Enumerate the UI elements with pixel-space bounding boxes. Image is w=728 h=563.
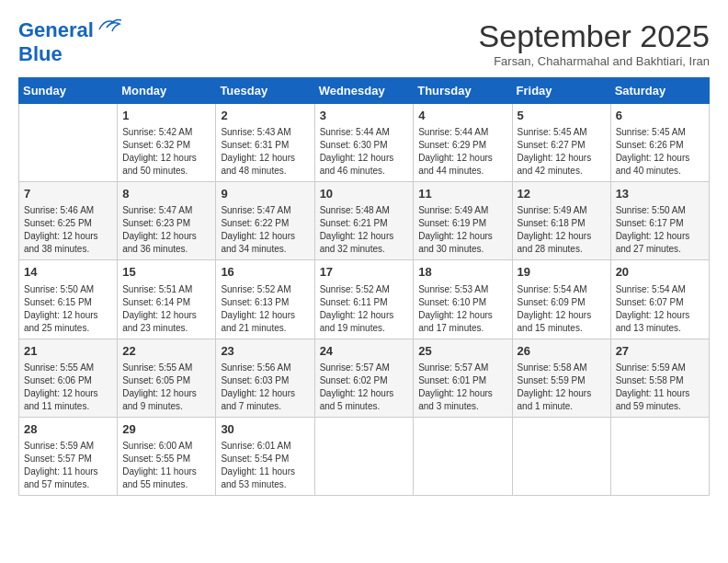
table-row: 6Sunrise: 5:45 AM Sunset: 6:26 PM Daylig… bbox=[610, 104, 709, 182]
day-number: 8 bbox=[122, 186, 210, 202]
day-number: 9 bbox=[221, 186, 309, 202]
day-info: Sunrise: 5:49 AM Sunset: 6:18 PM Dayligh… bbox=[518, 205, 592, 254]
day-info: Sunrise: 5:45 AM Sunset: 6:27 PM Dayligh… bbox=[518, 127, 592, 176]
table-row: 16Sunrise: 5:52 AM Sunset: 6:13 PM Dayli… bbox=[216, 260, 314, 339]
table-row: 5Sunrise: 5:45 AM Sunset: 6:27 PM Daylig… bbox=[512, 104, 610, 182]
table-row bbox=[610, 417, 709, 495]
logo-text: General bbox=[18, 18, 94, 42]
day-number: 7 bbox=[24, 186, 112, 202]
col-monday: Monday bbox=[118, 78, 216, 104]
col-tuesday: Tuesday bbox=[216, 78, 314, 104]
day-info: Sunrise: 5:54 AM Sunset: 6:09 PM Dayligh… bbox=[518, 284, 592, 333]
calendar-week-3: 14Sunrise: 5:50 AM Sunset: 6:15 PM Dayli… bbox=[19, 260, 710, 339]
table-row bbox=[512, 417, 610, 495]
table-row bbox=[19, 104, 118, 182]
day-number: 19 bbox=[518, 264, 606, 281]
table-row: 25Sunrise: 5:57 AM Sunset: 6:01 PM Dayli… bbox=[414, 339, 512, 417]
day-number: 27 bbox=[616, 343, 704, 360]
day-number: 26 bbox=[518, 343, 606, 360]
day-info: Sunrise: 5:44 AM Sunset: 6:30 PM Dayligh… bbox=[320, 127, 394, 176]
day-info: Sunrise: 5:42 AM Sunset: 6:32 PM Dayligh… bbox=[122, 127, 197, 176]
table-row: 26Sunrise: 5:58 AM Sunset: 5:59 PM Dayli… bbox=[512, 339, 610, 417]
day-info: Sunrise: 6:01 AM Sunset: 5:54 PM Dayligh… bbox=[221, 441, 295, 489]
day-info: Sunrise: 5:45 AM Sunset: 6:26 PM Dayligh… bbox=[616, 127, 690, 176]
day-number: 13 bbox=[616, 186, 704, 202]
title-section: September 2025 Farsan, Chaharmahal and B… bbox=[479, 18, 710, 68]
day-number: 24 bbox=[320, 343, 409, 360]
col-saturday: Saturday bbox=[610, 78, 709, 104]
day-info: Sunrise: 5:55 AM Sunset: 6:06 PM Dayligh… bbox=[24, 362, 98, 411]
col-thursday: Thursday bbox=[414, 78, 512, 104]
day-info: Sunrise: 5:46 AM Sunset: 6:25 PM Dayligh… bbox=[24, 205, 98, 254]
table-row: 12Sunrise: 5:49 AM Sunset: 6:18 PM Dayli… bbox=[512, 182, 610, 260]
table-row: 17Sunrise: 5:52 AM Sunset: 6:11 PM Dayli… bbox=[314, 260, 414, 339]
day-info: Sunrise: 5:57 AM Sunset: 6:01 PM Dayligh… bbox=[418, 362, 493, 411]
table-row: 20Sunrise: 5:54 AM Sunset: 6:07 PM Dayli… bbox=[610, 260, 709, 339]
table-row: 2Sunrise: 5:43 AM Sunset: 6:31 PM Daylig… bbox=[216, 104, 314, 182]
day-info: Sunrise: 5:50 AM Sunset: 6:15 PM Dayligh… bbox=[24, 284, 98, 333]
calendar-week-2: 7Sunrise: 5:46 AM Sunset: 6:25 PM Daylig… bbox=[19, 182, 710, 260]
day-info: Sunrise: 5:51 AM Sunset: 6:14 PM Dayligh… bbox=[122, 284, 197, 333]
table-row: 27Sunrise: 5:59 AM Sunset: 5:58 PM Dayli… bbox=[610, 339, 709, 417]
day-number: 1 bbox=[122, 108, 210, 124]
day-info: Sunrise: 5:49 AM Sunset: 6:19 PM Dayligh… bbox=[418, 205, 493, 254]
col-sunday: Sunday bbox=[19, 78, 118, 104]
day-info: Sunrise: 5:50 AM Sunset: 6:17 PM Dayligh… bbox=[616, 205, 690, 254]
day-info: Sunrise: 6:00 AM Sunset: 5:55 PM Dayligh… bbox=[122, 441, 197, 489]
table-row: 4Sunrise: 5:44 AM Sunset: 6:29 PM Daylig… bbox=[414, 104, 512, 182]
day-number: 28 bbox=[24, 421, 112, 438]
day-info: Sunrise: 5:48 AM Sunset: 6:21 PM Dayligh… bbox=[320, 205, 394, 254]
day-number: 25 bbox=[418, 343, 506, 360]
day-info: Sunrise: 5:59 AM Sunset: 5:58 PM Dayligh… bbox=[616, 362, 690, 411]
day-info: Sunrise: 5:47 AM Sunset: 6:23 PM Dayligh… bbox=[122, 205, 197, 254]
col-friday: Friday bbox=[512, 78, 610, 104]
day-number: 11 bbox=[418, 186, 506, 202]
day-info: Sunrise: 5:55 AM Sunset: 6:05 PM Dayligh… bbox=[122, 362, 197, 411]
day-number: 16 bbox=[221, 264, 309, 281]
calendar-week-1: 1Sunrise: 5:42 AM Sunset: 6:32 PM Daylig… bbox=[19, 104, 710, 182]
table-row bbox=[414, 417, 512, 495]
table-row: 30Sunrise: 6:01 AM Sunset: 5:54 PM Dayli… bbox=[216, 417, 314, 495]
day-number: 22 bbox=[122, 343, 210, 360]
day-number: 4 bbox=[418, 108, 506, 124]
day-number: 23 bbox=[221, 343, 309, 360]
table-row: 28Sunrise: 5:59 AM Sunset: 5:57 PM Dayli… bbox=[19, 417, 118, 495]
table-row bbox=[314, 417, 414, 495]
table-row: 21Sunrise: 5:55 AM Sunset: 6:06 PM Dayli… bbox=[19, 339, 118, 417]
table-row: 3Sunrise: 5:44 AM Sunset: 6:30 PM Daylig… bbox=[314, 104, 414, 182]
day-number: 5 bbox=[518, 108, 606, 124]
day-info: Sunrise: 5:47 AM Sunset: 6:22 PM Dayligh… bbox=[221, 205, 295, 254]
table-row: 14Sunrise: 5:50 AM Sunset: 6:15 PM Dayli… bbox=[19, 260, 118, 339]
location-subtitle: Farsan, Chaharmahal and Bakhtiari, Iran bbox=[479, 54, 710, 68]
logo-bird-icon bbox=[96, 17, 121, 37]
day-number: 12 bbox=[518, 186, 606, 202]
day-number: 18 bbox=[418, 264, 506, 281]
table-row: 29Sunrise: 6:00 AM Sunset: 5:55 PM Dayli… bbox=[118, 417, 216, 495]
day-info: Sunrise: 5:54 AM Sunset: 6:07 PM Dayligh… bbox=[616, 284, 690, 333]
day-info: Sunrise: 5:44 AM Sunset: 6:29 PM Dayligh… bbox=[418, 127, 493, 176]
table-row: 23Sunrise: 5:56 AM Sunset: 6:03 PM Dayli… bbox=[216, 339, 314, 417]
day-number: 2 bbox=[221, 108, 309, 124]
day-number: 17 bbox=[320, 264, 409, 281]
table-row: 9Sunrise: 5:47 AM Sunset: 6:22 PM Daylig… bbox=[216, 182, 314, 260]
calendar-header-row: Sunday Monday Tuesday Wednesday Thursday… bbox=[19, 78, 710, 104]
day-info: Sunrise: 5:57 AM Sunset: 6:02 PM Dayligh… bbox=[320, 362, 394, 411]
day-info: Sunrise: 5:52 AM Sunset: 6:13 PM Dayligh… bbox=[221, 284, 295, 333]
table-row: 22Sunrise: 5:55 AM Sunset: 6:05 PM Dayli… bbox=[118, 339, 216, 417]
table-row: 7Sunrise: 5:46 AM Sunset: 6:25 PM Daylig… bbox=[19, 182, 118, 260]
day-number: 10 bbox=[320, 186, 409, 202]
day-number: 29 bbox=[122, 421, 210, 438]
day-number: 15 bbox=[122, 264, 210, 281]
day-info: Sunrise: 5:53 AM Sunset: 6:10 PM Dayligh… bbox=[418, 284, 493, 333]
calendar-week-4: 21Sunrise: 5:55 AM Sunset: 6:06 PM Dayli… bbox=[19, 339, 710, 417]
day-info: Sunrise: 5:59 AM Sunset: 5:57 PM Dayligh… bbox=[24, 441, 98, 489]
table-row: 19Sunrise: 5:54 AM Sunset: 6:09 PM Dayli… bbox=[512, 260, 610, 339]
table-row: 10Sunrise: 5:48 AM Sunset: 6:21 PM Dayli… bbox=[314, 182, 414, 260]
day-info: Sunrise: 5:58 AM Sunset: 5:59 PM Dayligh… bbox=[518, 362, 592, 411]
table-row: 15Sunrise: 5:51 AM Sunset: 6:14 PM Dayli… bbox=[118, 260, 216, 339]
day-number: 30 bbox=[221, 421, 309, 438]
day-info: Sunrise: 5:52 AM Sunset: 6:11 PM Dayligh… bbox=[320, 284, 394, 333]
calendar-table: Sunday Monday Tuesday Wednesday Thursday… bbox=[18, 77, 710, 496]
logo-blue-text: Blue bbox=[18, 42, 63, 65]
day-info: Sunrise: 5:56 AM Sunset: 6:03 PM Dayligh… bbox=[221, 362, 295, 411]
